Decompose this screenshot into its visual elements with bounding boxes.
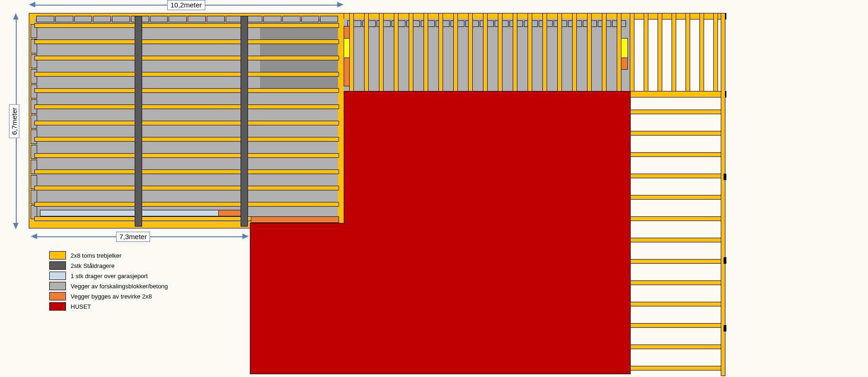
garage-top-blocks — [36, 16, 338, 22]
legend-item: Vegger bygges av trevirke 2x8 — [49, 292, 168, 301]
steel-beam — [241, 16, 248, 227]
dim-arrow — [31, 234, 37, 239]
garage-joist — [34, 202, 339, 207]
right-tick — [724, 174, 726, 180]
legend-label: Vegger bygges av trevirke 2x8 — [71, 293, 152, 300]
dim-label-bottom: 7,3meter — [116, 232, 150, 242]
garage-door-header — [40, 210, 219, 216]
right-deck-midplate — [630, 91, 725, 98]
legend-item: Vegger av forskalingsblokker/betong — [49, 281, 168, 291]
right-deck-joists — [630, 98, 724, 376]
legend: 2x8 toms trebjelker 2stk Ståldragere 1 s… — [49, 251, 168, 312]
huset-main — [344, 91, 631, 374]
legend-swatch-yellow — [49, 251, 66, 260]
legend-swatch-darkgrey — [49, 261, 66, 270]
garage-joist — [34, 121, 339, 125]
dim-arrow — [337, 2, 344, 7]
dim-label-top: 10,2meter — [167, 0, 205, 10]
garage-joist — [34, 137, 339, 142]
right-deck-right-rail — [721, 13, 725, 376]
legend-swatch-orange — [49, 292, 66, 300]
legend-label: 1 stk drager over garasjeport — [71, 273, 148, 280]
legend-label: Vegger av forskalingsblokker/betong — [71, 283, 168, 290]
legend-label: 2x8 toms trebjelker — [71, 252, 122, 259]
middle-studs — [349, 13, 627, 91]
legend-item: 2x8 toms trebjelker — [49, 251, 168, 260]
legend-swatch-lightblue — [49, 272, 66, 280]
floorplan-canvas: 10,2meter 6,7meter 7,3meter — [0, 0, 868, 377]
garage-joist — [34, 23, 339, 28]
dim-label-left: 6,7meter — [9, 104, 20, 138]
huset-extension — [250, 223, 345, 374]
garage-joist — [34, 186, 339, 190]
steel-beam — [135, 16, 142, 227]
garage-bottom-wood — [218, 210, 241, 216]
garage-joist — [34, 169, 339, 174]
garage-joist — [34, 72, 339, 77]
garage-joist — [34, 39, 339, 44]
right-deck-top-studs — [630, 13, 724, 95]
garage-joist — [34, 56, 339, 60]
legend-item: 2stk Ståldragere — [49, 261, 168, 270]
dim-arrow — [29, 2, 35, 7]
right-tick — [724, 325, 726, 332]
right-tick — [724, 257, 726, 264]
garage-joist — [34, 88, 339, 93]
dim-arrow — [13, 13, 19, 20]
garage-joist — [34, 104, 339, 109]
legend-item: 1 stk drager over garasjeport — [49, 271, 168, 280]
dim-arrow — [13, 223, 19, 229]
legend-swatch-red — [49, 302, 66, 311]
legend-label: HUSET — [71, 303, 91, 310]
legend-item: HUSET — [49, 302, 168, 311]
garage-joist — [34, 153, 339, 158]
garage-bottom-wood — [251, 216, 339, 223]
dim-arrow — [242, 234, 249, 239]
legend-swatch-lightgrey — [49, 282, 66, 290]
legend-label: 2stk Ståldragere — [71, 262, 115, 269]
